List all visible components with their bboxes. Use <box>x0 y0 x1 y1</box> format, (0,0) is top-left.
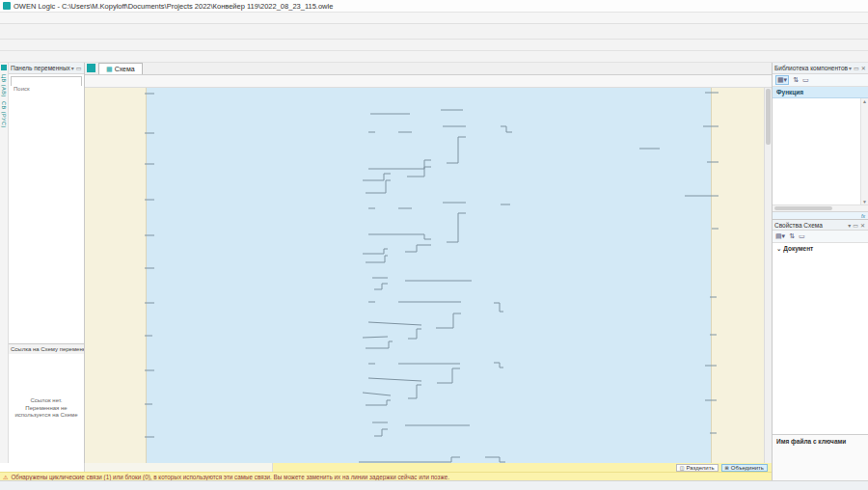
link-empty-text: Ссылок нет. Переменная не используется н… <box>14 397 78 420</box>
variables-panel: Панель переменных ▾▭✕ Ссылка на Схему пе… <box>9 63 85 463</box>
library-column-header[interactable]: Функция <box>773 87 868 98</box>
merge-icon: ⊞ <box>725 465 729 471</box>
collapsed-panel-strip[interactable]: ЦВ (АВ) СВ (РУС) <box>0 63 9 463</box>
library-vertical-scrollbar[interactable]: ▲▼ <box>860 98 868 204</box>
close-icon[interactable]: ✕ <box>83 65 85 71</box>
merge-view-button[interactable]: ⊞Объединить <box>721 464 768 472</box>
scroll-up-icon[interactable]: ▲ <box>862 98 867 104</box>
status-bar <box>0 480 868 490</box>
properties-section[interactable]: ⌄ Документ <box>773 243 868 255</box>
toolbar-insert <box>0 51 868 63</box>
link-panel-body: Ссылок нет. Переменная не используется н… <box>9 354 84 463</box>
properties-panel-title: Свойства Схема <box>774 222 823 229</box>
library-group-list <box>773 98 860 204</box>
pin-icon[interactable]: ▭ <box>853 65 860 71</box>
fx-st-icon[interactable]: fx <box>861 213 865 219</box>
tab-schema-label: Схема <box>115 66 135 72</box>
split-icon: ◫ <box>680 465 685 471</box>
scrollbar-thumb[interactable] <box>766 89 771 145</box>
split-view-button[interactable]: ◫Разделить <box>676 464 719 472</box>
view-mode-icon[interactable]: ▦▾ <box>775 75 789 85</box>
editor-tab-bar: ▦ Схема <box>85 63 772 75</box>
library-horizontal-scrollbar[interactable] <box>773 204 868 211</box>
scrollbar-thumb[interactable] <box>774 206 832 210</box>
library-panel-title: Библиотека компонентов <box>774 65 848 71</box>
strip-label: СВ (РУС) <box>1 101 7 128</box>
window-title: OWEN Logic - C:\Users\M.Kopyloff\Documen… <box>14 2 333 11</box>
right-dock: Библиотека компонентов ▾▭✕ ▦▾ ⇅ ▭ Функци… <box>772 63 868 480</box>
toolbar-main <box>0 24 868 40</box>
fbd-canvas[interactable] <box>85 88 764 463</box>
properties-toolbar: ▤▾ ⇅ ▭ <box>773 231 868 243</box>
menu-bar <box>0 13 868 24</box>
toolbar-simulation <box>0 40 868 51</box>
canvas-horizontal-scrollbar[interactable] <box>85 463 273 472</box>
strip-label: ЦВ (АВ) <box>1 74 7 97</box>
library-panel-header: Библиотека компонентов ▾▭✕ <box>773 63 868 74</box>
title-bar: OWEN Logic - C:\Users\M.Kopyloff\Documen… <box>0 0 868 13</box>
notice-bar-top: ◫Разделить ⊞Объединить <box>0 463 772 472</box>
warning-bar: ⚠ Обнаружены циклические связи (1) или б… <box>0 472 772 480</box>
expand-icon[interactable]: ▭ <box>802 76 809 84</box>
strip-icon <box>1 65 7 70</box>
canvas-toolbar <box>85 75 772 88</box>
tab-schema[interactable]: ▦ Схема <box>98 63 143 74</box>
canvas-vertical-scrollbar[interactable] <box>764 88 772 463</box>
variable-search <box>11 76 82 86</box>
warning-icon: ⚠ <box>3 474 8 480</box>
alphabetical-icon[interactable]: ⇅ <box>789 232 795 240</box>
scheme-icon[interactable] <box>87 64 95 72</box>
variables-panel-header: Панель переменных ▾▭✕ <box>9 63 84 74</box>
pin-icon[interactable]: ▭ <box>852 222 859 229</box>
dock-bottom-filler <box>772 463 868 480</box>
sort-icon[interactable]: ⇅ <box>793 76 799 84</box>
pin-icon[interactable]: ▭ <box>75 65 83 71</box>
properties-grid: ⌄ Документ <box>773 243 868 255</box>
panel-bottom-filler <box>0 463 85 472</box>
library-category-strip: fx <box>773 212 868 219</box>
library-toolbar: ▦▾ ⇅ ▭ <box>773 74 868 87</box>
wires-layer <box>85 88 764 463</box>
key-file-label: Имя файла с ключами <box>776 438 846 445</box>
app-logo-icon <box>3 2 11 10</box>
properties-panel-header: Свойства Схема ▾▭✕ <box>773 219 868 231</box>
close-icon[interactable]: ✕ <box>859 222 866 229</box>
warning-text: Обнаружены циклические связи (1) или бло… <box>11 474 449 480</box>
property-pages-icon[interactable]: ▭ <box>799 232 805 240</box>
categorize-icon[interactable]: ▤▾ <box>775 232 785 240</box>
grid-glyph-icon: ▦ <box>106 66 113 73</box>
link-panel-header: Ссылка на Схему переменной <box>9 343 84 354</box>
variable-list <box>9 88 84 343</box>
variables-panel-title: Панель переменных <box>11 65 70 71</box>
close-icon[interactable]: ✕ <box>860 65 867 71</box>
